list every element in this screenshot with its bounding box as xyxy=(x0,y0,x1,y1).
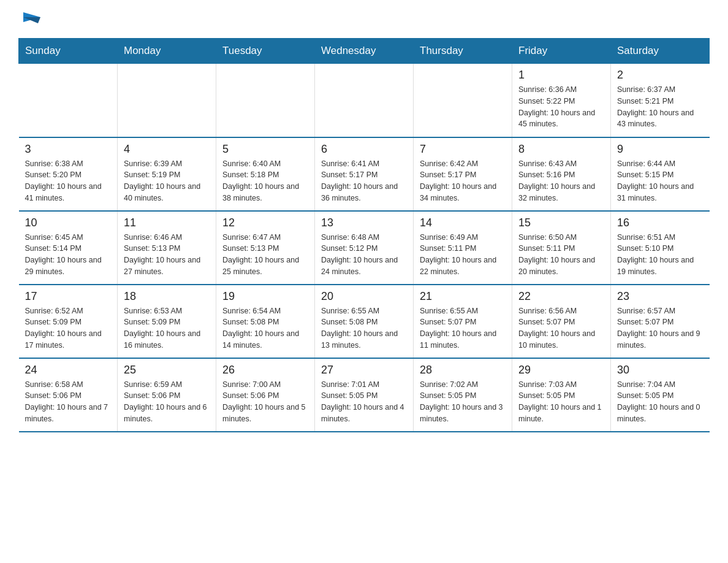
day-info: Sunrise: 6:52 AM Sunset: 5:09 PM Dayligh… xyxy=(25,305,112,351)
day-info: Sunrise: 6:51 AM Sunset: 5:10 PM Dayligh… xyxy=(617,232,703,278)
page-header xyxy=(18,12,710,26)
day-number: 29 xyxy=(518,364,604,377)
day-info: Sunrise: 6:36 AM Sunset: 5:22 PM Dayligh… xyxy=(518,84,604,130)
day-number: 23 xyxy=(617,290,703,303)
calendar-week-row: 17Sunrise: 6:52 AM Sunset: 5:09 PM Dayli… xyxy=(19,285,710,358)
calendar-day-cell: 4Sunrise: 6:39 AM Sunset: 5:19 PM Daylig… xyxy=(118,137,216,211)
day-info: Sunrise: 7:02 AM Sunset: 5:05 PM Dayligh… xyxy=(420,379,506,425)
day-info: Sunrise: 6:55 AM Sunset: 5:08 PM Dayligh… xyxy=(321,305,407,351)
day-info: Sunrise: 6:50 AM Sunset: 5:11 PM Dayligh… xyxy=(518,232,604,278)
day-info: Sunrise: 6:45 AM Sunset: 5:14 PM Dayligh… xyxy=(25,232,112,278)
calendar-day-cell xyxy=(414,64,512,137)
day-number: 4 xyxy=(124,143,210,156)
calendar-day-cell: 28Sunrise: 7:02 AM Sunset: 5:05 PM Dayli… xyxy=(414,358,512,432)
day-info: Sunrise: 6:59 AM Sunset: 5:06 PM Dayligh… xyxy=(124,379,210,425)
calendar-week-row: 10Sunrise: 6:45 AM Sunset: 5:14 PM Dayli… xyxy=(19,211,710,285)
day-number: 5 xyxy=(222,143,308,156)
day-number: 21 xyxy=(420,290,506,303)
day-number: 12 xyxy=(222,216,308,229)
day-number: 14 xyxy=(420,216,506,229)
column-header-wednesday: Wednesday xyxy=(315,39,414,64)
day-number: 16 xyxy=(617,216,703,229)
calendar-day-cell: 13Sunrise: 6:48 AM Sunset: 5:12 PM Dayli… xyxy=(315,211,414,285)
day-number: 24 xyxy=(25,364,112,377)
day-info: Sunrise: 6:55 AM Sunset: 5:07 PM Dayligh… xyxy=(420,305,506,351)
day-info: Sunrise: 6:49 AM Sunset: 5:11 PM Dayligh… xyxy=(420,232,506,278)
calendar-day-cell: 17Sunrise: 6:52 AM Sunset: 5:09 PM Dayli… xyxy=(19,285,118,358)
calendar-week-row: 3Sunrise: 6:38 AM Sunset: 5:20 PM Daylig… xyxy=(19,137,710,211)
day-number: 13 xyxy=(321,216,407,229)
calendar-day-cell xyxy=(19,64,118,137)
calendar-day-cell: 18Sunrise: 6:53 AM Sunset: 5:09 PM Dayli… xyxy=(118,285,216,358)
calendar-day-cell: 16Sunrise: 6:51 AM Sunset: 5:10 PM Dayli… xyxy=(611,211,710,285)
day-info: Sunrise: 6:40 AM Sunset: 5:18 PM Dayligh… xyxy=(222,158,308,204)
calendar-day-cell: 1Sunrise: 6:36 AM Sunset: 5:22 PM Daylig… xyxy=(512,64,611,137)
day-number: 19 xyxy=(222,290,308,303)
calendar-day-cell: 2Sunrise: 6:37 AM Sunset: 5:21 PM Daylig… xyxy=(611,64,710,137)
day-number: 22 xyxy=(518,290,604,303)
day-number: 7 xyxy=(420,143,506,156)
day-info: Sunrise: 6:39 AM Sunset: 5:19 PM Dayligh… xyxy=(124,158,210,204)
calendar-header-row: SundayMondayTuesdayWednesdayThursdayFrid… xyxy=(19,39,710,64)
day-info: Sunrise: 6:46 AM Sunset: 5:13 PM Dayligh… xyxy=(124,232,210,278)
calendar-day-cell xyxy=(315,64,414,137)
day-info: Sunrise: 6:58 AM Sunset: 5:06 PM Dayligh… xyxy=(25,379,112,425)
day-info: Sunrise: 6:48 AM Sunset: 5:12 PM Dayligh… xyxy=(321,232,407,278)
calendar-day-cell: 27Sunrise: 7:01 AM Sunset: 5:05 PM Dayli… xyxy=(315,358,414,432)
day-info: Sunrise: 6:57 AM Sunset: 5:07 PM Dayligh… xyxy=(617,305,703,351)
day-info: Sunrise: 6:54 AM Sunset: 5:08 PM Dayligh… xyxy=(222,305,308,351)
calendar-day-cell: 11Sunrise: 6:46 AM Sunset: 5:13 PM Dayli… xyxy=(118,211,216,285)
calendar-day-cell: 24Sunrise: 6:58 AM Sunset: 5:06 PM Dayli… xyxy=(19,358,118,432)
calendar-day-cell: 26Sunrise: 7:00 AM Sunset: 5:06 PM Dayli… xyxy=(216,358,315,432)
day-info: Sunrise: 6:37 AM Sunset: 5:21 PM Dayligh… xyxy=(617,84,703,130)
day-number: 1 xyxy=(518,69,604,82)
calendar-day-cell xyxy=(118,64,216,137)
column-header-tuesday: Tuesday xyxy=(216,39,315,64)
column-header-saturday: Saturday xyxy=(611,39,710,64)
day-number: 10 xyxy=(25,216,112,229)
day-number: 25 xyxy=(124,364,210,377)
column-header-sunday: Sunday xyxy=(19,39,118,64)
column-header-thursday: Thursday xyxy=(414,39,512,64)
calendar-day-cell: 7Sunrise: 6:42 AM Sunset: 5:17 PM Daylig… xyxy=(414,137,512,211)
day-info: Sunrise: 6:53 AM Sunset: 5:09 PM Dayligh… xyxy=(124,305,210,351)
calendar-day-cell: 10Sunrise: 6:45 AM Sunset: 5:14 PM Dayli… xyxy=(19,211,118,285)
day-info: Sunrise: 6:43 AM Sunset: 5:16 PM Dayligh… xyxy=(518,158,604,204)
day-number: 6 xyxy=(321,143,407,156)
calendar-day-cell: 21Sunrise: 6:55 AM Sunset: 5:07 PM Dayli… xyxy=(414,285,512,358)
day-number: 17 xyxy=(25,290,112,303)
day-info: Sunrise: 6:56 AM Sunset: 5:07 PM Dayligh… xyxy=(518,305,604,351)
logo xyxy=(18,12,40,26)
day-number: 9 xyxy=(617,143,703,156)
day-number: 8 xyxy=(518,143,604,156)
calendar-day-cell: 9Sunrise: 6:44 AM Sunset: 5:15 PM Daylig… xyxy=(611,137,710,211)
calendar-day-cell: 23Sunrise: 6:57 AM Sunset: 5:07 PM Dayli… xyxy=(611,285,710,358)
calendar-day-cell xyxy=(216,64,315,137)
day-info: Sunrise: 6:41 AM Sunset: 5:17 PM Dayligh… xyxy=(321,158,407,204)
calendar-day-cell: 8Sunrise: 6:43 AM Sunset: 5:16 PM Daylig… xyxy=(512,137,611,211)
day-number: 18 xyxy=(124,290,210,303)
day-number: 3 xyxy=(25,143,112,156)
day-number: 2 xyxy=(617,69,703,82)
column-header-friday: Friday xyxy=(512,39,611,64)
day-number: 20 xyxy=(321,290,407,303)
calendar-day-cell: 15Sunrise: 6:50 AM Sunset: 5:11 PM Dayli… xyxy=(512,211,611,285)
day-number: 27 xyxy=(321,364,407,377)
day-number: 15 xyxy=(518,216,604,229)
logo-flag-icon xyxy=(21,12,40,26)
calendar-day-cell: 22Sunrise: 6:56 AM Sunset: 5:07 PM Dayli… xyxy=(512,285,611,358)
day-info: Sunrise: 6:44 AM Sunset: 5:15 PM Dayligh… xyxy=(617,158,703,204)
calendar-day-cell: 6Sunrise: 6:41 AM Sunset: 5:17 PM Daylig… xyxy=(315,137,414,211)
calendar-table: SundayMondayTuesdayWednesdayThursdayFrid… xyxy=(18,38,710,432)
calendar-day-cell: 19Sunrise: 6:54 AM Sunset: 5:08 PM Dayli… xyxy=(216,285,315,358)
day-number: 11 xyxy=(124,216,210,229)
day-number: 30 xyxy=(617,364,703,377)
day-number: 26 xyxy=(222,364,308,377)
calendar-day-cell: 30Sunrise: 7:04 AM Sunset: 5:05 PM Dayli… xyxy=(611,358,710,432)
day-info: Sunrise: 7:00 AM Sunset: 5:06 PM Dayligh… xyxy=(222,379,308,425)
calendar-day-cell: 14Sunrise: 6:49 AM Sunset: 5:11 PM Dayli… xyxy=(414,211,512,285)
calendar-day-cell: 5Sunrise: 6:40 AM Sunset: 5:18 PM Daylig… xyxy=(216,137,315,211)
column-header-monday: Monday xyxy=(118,39,216,64)
day-info: Sunrise: 7:04 AM Sunset: 5:05 PM Dayligh… xyxy=(617,379,703,425)
day-info: Sunrise: 6:38 AM Sunset: 5:20 PM Dayligh… xyxy=(25,158,112,204)
